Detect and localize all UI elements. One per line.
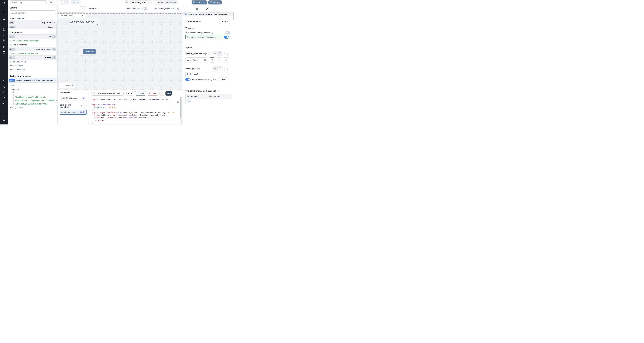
variables-dollar-icon[interactable]: $	[0, 39, 8, 42]
resize-handle[interactable]	[97, 24, 98, 25]
workers-robot-icon[interactable]	[2, 91, 5, 94]
editor-tab[interactable]: Editor	[153, 0, 164, 4]
collapse-button[interactable]	[52, 56, 56, 59]
edit-resource-button[interactable]	[209, 58, 215, 62]
button-component[interactable]: Press me	[80, 48, 96, 56]
add-transformer-button[interactable]: Add	[220, 19, 230, 24]
bg-runnable-item-selected[interactable]: Send a message... bg_0	[60, 110, 87, 115]
resource-picker-select[interactable]: u/henri/te...	[186, 58, 208, 62]
docs-book-icon[interactable]	[124, 0, 129, 4]
preview-tab[interactable]: Preview	[164, 0, 177, 4]
collapse-button[interactable]	[52, 36, 56, 38]
add-bg-runnable-button[interactable]	[84, 104, 87, 108]
info-icon[interactable]	[212, 32, 214, 34]
expand-icon[interactable]	[228, 73, 230, 75]
center-align-button[interactable]	[60, 0, 64, 4]
app-canvas[interactable]: Write Discord message: Example resou... …	[58, 12, 182, 90]
run-on-start-toggle[interactable]	[225, 31, 230, 34]
window-scrollbar-thumb[interactable]	[233, 13, 234, 20]
help-icon[interactable]	[2, 114, 5, 116]
fork-button[interactable]: Fork	[135, 91, 146, 96]
schedules-calendar-icon[interactable]	[2, 51, 5, 54]
info-icon[interactable]	[217, 90, 220, 92]
search-outputs-input[interactable]: Search outputs...	[9, 10, 56, 15]
windmill-logo-icon[interactable]	[2, 1, 6, 5]
settings-components-tab[interactable]	[196, 7, 198, 10]
component-row-a[interactable]: a Text	[8, 34, 58, 39]
resize-handle[interactable]	[95, 54, 96, 55]
runs-play-icon[interactable]	[2, 34, 5, 36]
undo-button[interactable]	[48, 0, 53, 4]
edit-pencil-icon[interactable]	[54, 80, 56, 81]
state-row[interactable]: state State	[8, 25, 58, 29]
deploy-button[interactable]: Deploy	[208, 0, 222, 4]
connect-plug-button[interactable]	[224, 66, 230, 71]
theme-brush-tab[interactable]	[206, 7, 208, 10]
runnable-item-label: hub/1511/discord/se...	[61, 97, 79, 99]
connect-plug-button[interactable]	[224, 51, 230, 56]
schedule-dropdown[interactable]: once	[89, 8, 97, 10]
runnable-item[interactable]: hub/1511/discord/se... c	[60, 96, 87, 100]
bg-runnable-row[interactable]: bg_0 Send a message to discord using web…	[8, 78, 58, 82]
run-button[interactable]: Run	[166, 91, 172, 96]
reevaluate-toggle[interactable]	[186, 78, 190, 81]
debug-runs-button[interactable]: Debug runs (23)	[130, 0, 152, 4]
collapse-button[interactable]	[52, 48, 56, 50]
refresh-count-button[interactable]: 0	[79, 6, 87, 11]
static-pencil-button[interactable]	[213, 52, 217, 56]
reevaluate-target-pill[interactable]: b.result	[218, 78, 228, 82]
recompute-toggle[interactable]	[224, 36, 229, 38]
static-pencil-button[interactable]	[213, 67, 217, 71]
home-icon[interactable]	[2, 28, 5, 31]
component-b-badge[interactable]: b	[9, 48, 15, 50]
audit-eye-icon[interactable]	[2, 102, 5, 105]
component-a-badge[interactable]: a	[9, 36, 15, 38]
copy-code-icon[interactable]	[177, 101, 179, 103]
ctx-row[interactable]: ctx App Context	[8, 20, 58, 25]
resize-handle[interactable]	[181, 88, 182, 89]
discord-webhook-field-name: discord_webhook	[186, 52, 202, 55]
script-name-input[interactable]: Send a message to discord using	[91, 91, 124, 96]
app-summary-input[interactable]: App summary	[9, 0, 47, 4]
cache-button[interactable]: Cache	[125, 91, 134, 96]
clear-button[interactable]: Clear	[147, 91, 158, 96]
component-row-c[interactable]: c Button	[8, 56, 58, 60]
refresh-script-button[interactable]	[159, 91, 164, 96]
press-me-button[interactable]: Press me	[83, 49, 96, 54]
workspace-icon[interactable]	[2, 11, 5, 14]
code-hscrollbar[interactable]	[89, 124, 182, 124]
zoom-in-button[interactable]	[70, 83, 74, 87]
eval-f-button[interactable]: f	[218, 52, 222, 56]
resources-cubes-icon[interactable]	[2, 45, 5, 48]
text-component[interactable]: Write Discord message:	[70, 18, 99, 25]
component-c-badge[interactable]: c	[9, 56, 15, 59]
fullwidth-button[interactable]	[64, 0, 69, 4]
outputs-scrollbar[interactable]	[56, 24, 57, 62]
refresh-resource-button[interactable]	[223, 58, 229, 62]
component-row-b[interactable]: b Resource Select	[8, 47, 58, 52]
code-editor[interactable]: import discordwebhook from "https://deno…	[90, 97, 182, 124]
add-resource-button[interactable]	[216, 58, 222, 62]
info-icon[interactable]	[177, 8, 179, 10]
message-expression-editor[interactable]: 1 b.result	[186, 72, 230, 76]
draft-button[interactable]: Draft ⌘S	[192, 0, 207, 4]
info-icon[interactable]	[199, 20, 202, 22]
clear-x-icon[interactable]	[204, 59, 206, 61]
mobile-view-button[interactable]	[71, 0, 76, 4]
settings-gear-icon[interactable]	[2, 86, 5, 88]
hide-bar-toggle[interactable]	[142, 7, 147, 10]
code-scrollbar[interactable]	[180, 97, 182, 124]
favorites-star-icon[interactable]	[2, 17, 5, 20]
desktop-view-button[interactable]	[76, 0, 80, 4]
users-icon[interactable]	[2, 80, 5, 83]
canvas-toolbar: 0 once Hide bar on view Author henri@win…	[58, 5, 182, 12]
insert-plus-tab[interactable]	[186, 8, 188, 10]
chevron-down-icon[interactable]	[54, 26, 56, 28]
folders-icon[interactable]	[2, 96, 5, 100]
collapse-arrow-icon[interactable]	[2, 119, 5, 122]
redo-button[interactable]	[53, 0, 58, 4]
more-menu-icon[interactable]: ⋮	[120, 1, 123, 4]
zoom-out-button[interactable]	[60, 84, 64, 86]
eval-f-button[interactable]: f	[218, 67, 222, 71]
chevron-down-icon[interactable]	[54, 22, 56, 24]
